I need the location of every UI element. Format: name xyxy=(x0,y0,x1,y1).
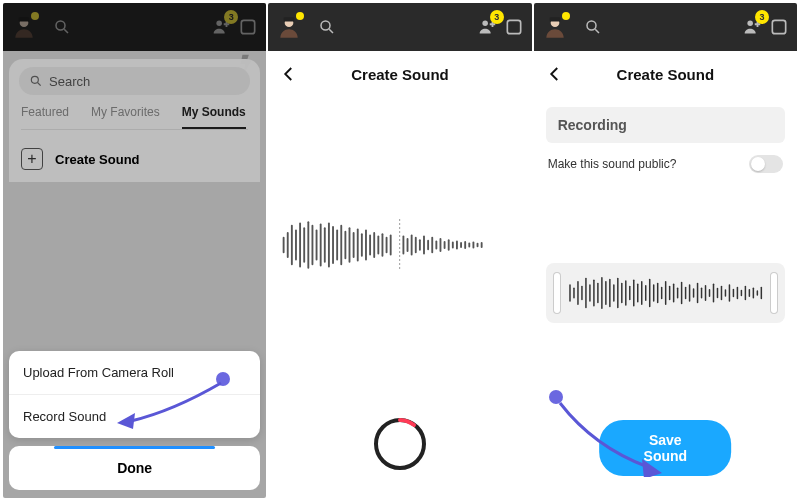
discover-icon[interactable] xyxy=(769,17,789,37)
tab-featured[interactable]: Featured xyxy=(21,105,69,129)
svg-rect-8 xyxy=(284,17,295,21)
save-sound-button[interactable]: Save Sound xyxy=(599,420,731,476)
svg-point-115 xyxy=(549,390,563,404)
svg-point-63 xyxy=(587,21,596,30)
page-title: Create Sound xyxy=(617,66,715,83)
svg-point-9 xyxy=(321,21,330,30)
top-bar: 3 xyxy=(268,3,531,51)
svg-rect-65 xyxy=(772,20,785,33)
svg-point-64 xyxy=(747,21,753,26)
svg-rect-62 xyxy=(549,17,560,21)
top-bar: 3 xyxy=(534,3,797,51)
search-placeholder: Search xyxy=(49,74,90,89)
search-icon[interactable] xyxy=(318,18,336,36)
search-input[interactable]: Search xyxy=(19,67,250,95)
search-icon xyxy=(29,74,43,88)
action-sheet: Upload From Camera Roll Record Sound Don… xyxy=(9,351,260,490)
create-sound-row[interactable]: + Create Sound xyxy=(19,144,250,174)
trim-handle-right[interactable] xyxy=(771,273,777,313)
page-header: Create Sound xyxy=(534,51,797,97)
public-label: Make this sound public? xyxy=(548,157,677,171)
tab-my-sounds[interactable]: My Sounds xyxy=(182,105,246,129)
tab-favorites[interactable]: My Favorites xyxy=(91,105,160,129)
sound-tabs: Featured My Favorites My Sounds xyxy=(21,105,248,130)
page-title: Create Sound xyxy=(351,66,449,83)
search-icon[interactable] xyxy=(584,18,602,36)
action-done[interactable]: Done xyxy=(9,446,260,490)
back-icon[interactable] xyxy=(546,65,564,83)
waveform-live xyxy=(278,217,521,273)
trim-handle-left[interactable] xyxy=(554,273,560,313)
avatar[interactable] xyxy=(276,14,302,40)
svg-rect-11 xyxy=(507,20,520,33)
public-toggle-row: Make this sound public? xyxy=(546,155,785,173)
add-friend-icon[interactable]: 3 xyxy=(741,16,763,38)
sounds-sheet: Search Featured My Favorites My Sounds +… xyxy=(9,59,260,182)
discover-icon[interactable] xyxy=(504,17,524,37)
plus-icon: + xyxy=(21,148,43,170)
recording-name[interactable]: Recording xyxy=(546,107,785,143)
create-sound-label: Create Sound xyxy=(55,152,140,167)
panel-sounds-list: 3 Search Featured My Favorites My Sounds… xyxy=(3,3,266,498)
back-icon[interactable] xyxy=(280,65,298,83)
action-record[interactable]: Record Sound xyxy=(9,395,260,438)
three-panel-tutorial: 3 Search Featured My Favorites My Sounds… xyxy=(0,0,800,501)
svg-point-60 xyxy=(376,420,424,468)
record-button[interactable] xyxy=(372,416,428,472)
action-upload[interactable]: Upload From Camera Roll xyxy=(9,351,260,395)
svg-point-10 xyxy=(482,21,488,26)
sound-clip[interactable] xyxy=(546,263,785,323)
panel-record: 3 Create Sound xyxy=(268,3,531,498)
add-friend-icon[interactable]: 3 xyxy=(476,16,498,38)
public-toggle[interactable] xyxy=(749,155,783,173)
svg-point-5 xyxy=(31,76,38,83)
page-header: Create Sound xyxy=(268,51,531,97)
avatar[interactable] xyxy=(542,14,568,40)
panel-save: 3 Create Sound Recording Make this sound… xyxy=(534,3,797,498)
